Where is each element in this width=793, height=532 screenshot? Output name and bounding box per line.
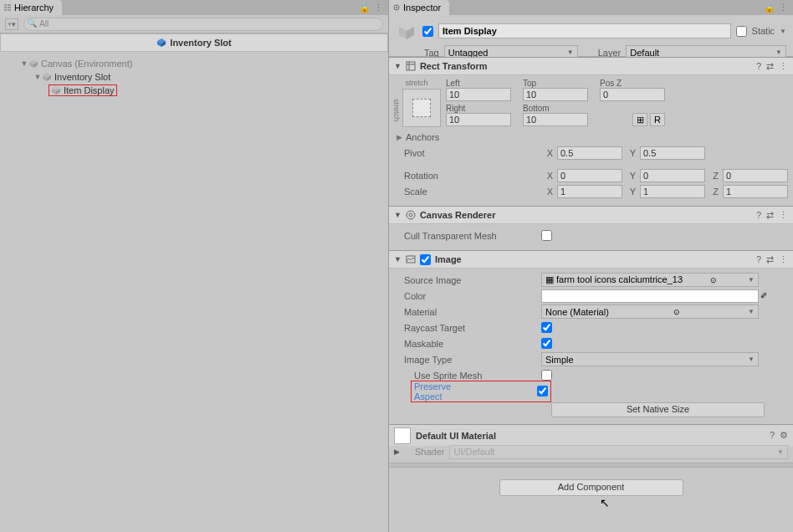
preserve-aspect-checkbox[interactable] bbox=[537, 386, 548, 396]
rot-z-field[interactable] bbox=[723, 169, 788, 182]
inspector-tab-label: Inspector bbox=[403, 3, 441, 13]
material-field[interactable]: None (Material)⊙ bbox=[541, 304, 759, 319]
kebab-menu-icon[interactable]: ⋮ bbox=[779, 61, 788, 72]
eyedropper-icon[interactable]: ✐ bbox=[760, 291, 767, 300]
maskable-checkbox[interactable] bbox=[541, 338, 552, 349]
inspector-icon bbox=[392, 3, 401, 12]
svg-point-21 bbox=[409, 213, 412, 217]
material-label: Material bbox=[394, 307, 541, 317]
lock-icon[interactable]: 🔒 bbox=[359, 3, 371, 13]
help-icon[interactable]: ? bbox=[770, 430, 775, 441]
rect-transform-body: stretch stretch LeftTopPos Z Rig bbox=[389, 75, 793, 206]
help-icon[interactable]: ? bbox=[756, 210, 761, 221]
expand-arrow-icon[interactable]: ▶ bbox=[394, 133, 404, 141]
use-sprite-mesh-checkbox[interactable] bbox=[541, 370, 552, 381]
hierarchy-toolbar: +▾ All bbox=[0, 15, 388, 33]
bottom-field[interactable] bbox=[523, 113, 588, 126]
collapse-arrow-icon[interactable]: ▼ bbox=[394, 255, 402, 263]
search-input[interactable]: All bbox=[23, 18, 383, 31]
shader-row: ▶ Shader UI/Default bbox=[389, 446, 793, 463]
gameobject-cube-icon[interactable] bbox=[396, 20, 417, 42]
help-icon[interactable]: ? bbox=[756, 254, 761, 265]
source-image-field[interactable]: ▦farm tool icons calciumtrice_13⊙ bbox=[541, 273, 759, 287]
scl-x-field[interactable] bbox=[557, 185, 622, 198]
rect-transform-header[interactable]: ▼ Rect Transform ?⇄⋮ bbox=[389, 57, 793, 75]
lock-icon[interactable]: 🔒 bbox=[764, 3, 775, 13]
maskable-label: Maskable bbox=[394, 339, 541, 349]
gameobject-name-field[interactable] bbox=[438, 23, 731, 38]
image-component-icon bbox=[406, 254, 416, 264]
raw-edit-button[interactable]: R bbox=[650, 113, 665, 126]
hierarchy-tree: ▼ Canvas (Environment) ▼ Inventory Slot … bbox=[0, 52, 388, 102]
svg-point-13 bbox=[396, 7, 397, 8]
expand-arrow-icon[interactable]: ▼ bbox=[20, 59, 28, 68]
svg-rect-17 bbox=[407, 62, 415, 70]
breadcrumb-label: Inventory Slot bbox=[170, 38, 231, 48]
preset-icon[interactable]: ⇄ bbox=[766, 210, 774, 221]
tree-row-canvas[interactable]: ▼ Canvas (Environment) bbox=[7, 57, 381, 70]
gameobject-enabled-checkbox[interactable] bbox=[422, 26, 433, 37]
tree-label-canvas: Canvas (Environment) bbox=[41, 59, 132, 69]
blueprint-mode-button[interactable]: ⊞ bbox=[632, 113, 647, 126]
anchor-preset-button[interactable] bbox=[402, 89, 441, 127]
tree-row-inventory-slot[interactable]: ▼ Inventory Slot bbox=[7, 70, 381, 84]
expand-arrow-icon[interactable]: ▶ bbox=[394, 448, 400, 456]
sprite-icon: ▦ bbox=[545, 274, 554, 285]
help-icon[interactable]: ? bbox=[756, 61, 761, 72]
rect-transform-icon bbox=[406, 61, 416, 71]
material-title: Default UI Material bbox=[416, 431, 496, 441]
pivot-x-field[interactable] bbox=[557, 146, 622, 160]
collapse-arrow-icon[interactable]: ▼ bbox=[394, 211, 402, 219]
right-field[interactable] bbox=[446, 113, 511, 126]
scl-z-field[interactable] bbox=[723, 185, 788, 198]
image-title: Image bbox=[435, 254, 462, 264]
inspector-panel: Inspector 🔒 ⋮ Static ▼ Tag Untagged Laye… bbox=[389, 0, 793, 532]
static-checkbox[interactable] bbox=[736, 26, 747, 37]
image-enabled-checkbox[interactable] bbox=[420, 254, 431, 265]
top-field[interactable] bbox=[523, 88, 588, 101]
collapse-arrow-icon[interactable]: ▼ bbox=[394, 62, 402, 70]
hierarchy-tab-label: Hierarchy bbox=[14, 3, 54, 13]
image-body: Source Image▦farm tool icons calciumtric… bbox=[389, 269, 793, 424]
left-field[interactable] bbox=[446, 88, 511, 101]
preset-icon[interactable]: ⇄ bbox=[766, 61, 774, 72]
stretch-label-h: stretch bbox=[405, 79, 427, 87]
kebab-menu-icon[interactable]: ⋮ bbox=[374, 3, 383, 13]
add-component-button[interactable]: Add Component bbox=[499, 479, 683, 496]
canvas-renderer-body: Cull Transparent Mesh bbox=[389, 224, 793, 250]
layer-label: Layer bbox=[598, 48, 622, 58]
raycast-checkbox[interactable] bbox=[541, 322, 552, 333]
kebab-menu-icon[interactable]: ⋮ bbox=[779, 3, 788, 13]
cull-checkbox[interactable] bbox=[541, 230, 552, 241]
scl-y-field[interactable] bbox=[640, 185, 705, 198]
hierarchy-tab[interactable]: Hierarchy bbox=[0, 0, 62, 15]
set-native-size-button[interactable]: Set Native Size bbox=[551, 402, 765, 417]
image-type-dropdown[interactable]: Simple bbox=[541, 352, 759, 366]
image-header[interactable]: ▼ Image ?⇄⋮ bbox=[389, 250, 793, 269]
kebab-menu-icon[interactable]: ⋮ bbox=[779, 254, 788, 265]
tree-row-item-display[interactable]: Item Display bbox=[7, 84, 381, 97]
canvas-renderer-header[interactable]: ▼ Canvas Renderer ?⇄⋮ bbox=[389, 206, 793, 224]
hierarchy-panel: Hierarchy 🔒 ⋮ +▾ All Inventory Slot ▼ Ca… bbox=[0, 0, 389, 532]
create-dropdown[interactable]: +▾ bbox=[5, 18, 18, 30]
preset-icon[interactable]: ⇄ bbox=[766, 254, 774, 265]
cull-label: Cull Transparent Mesh bbox=[394, 231, 541, 241]
expand-arrow-icon[interactable]: ▼ bbox=[33, 73, 42, 81]
posz-field[interactable] bbox=[600, 88, 665, 101]
pivot-y-field[interactable] bbox=[640, 146, 705, 160]
gameobject-header: Static ▼ Tag Untagged Layer Default bbox=[389, 15, 793, 57]
breadcrumb[interactable]: Inventory Slot bbox=[0, 33, 388, 52]
kebab-menu-icon[interactable]: ⋮ bbox=[779, 210, 788, 221]
gameobject-icon bbox=[28, 59, 38, 69]
preserve-aspect-label: Preserve Aspect bbox=[414, 381, 472, 402]
rotation-label: Rotation bbox=[394, 171, 541, 181]
inspector-tab-bar: Inspector 🔒 ⋮ bbox=[389, 0, 793, 15]
gear-icon[interactable]: ⚙ bbox=[780, 430, 788, 441]
inspector-tab[interactable]: Inspector bbox=[389, 0, 449, 15]
color-swatch[interactable] bbox=[541, 289, 759, 303]
static-dropdown-icon[interactable]: ▼ bbox=[780, 28, 786, 35]
material-header[interactable]: Default UI Material ?⚙ bbox=[389, 424, 793, 446]
canvas-renderer-icon bbox=[406, 210, 416, 220]
rot-y-field[interactable] bbox=[640, 169, 705, 182]
rot-x-field[interactable] bbox=[557, 169, 622, 182]
